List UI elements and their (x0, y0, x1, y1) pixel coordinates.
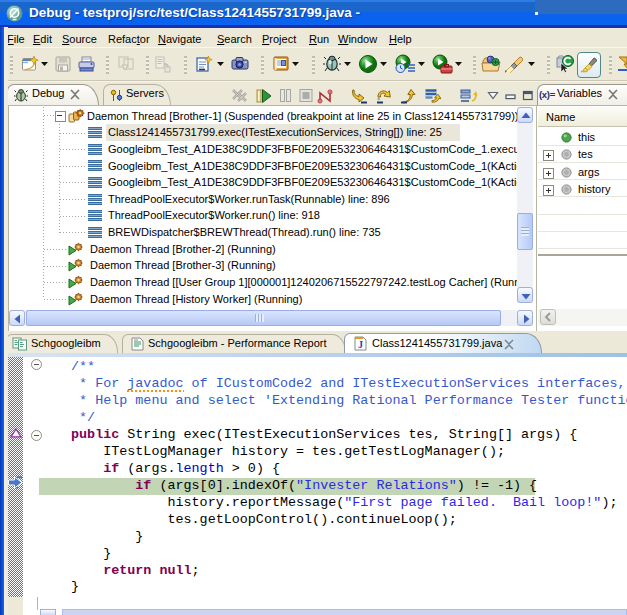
svg-text:J: J (358, 339, 363, 350)
